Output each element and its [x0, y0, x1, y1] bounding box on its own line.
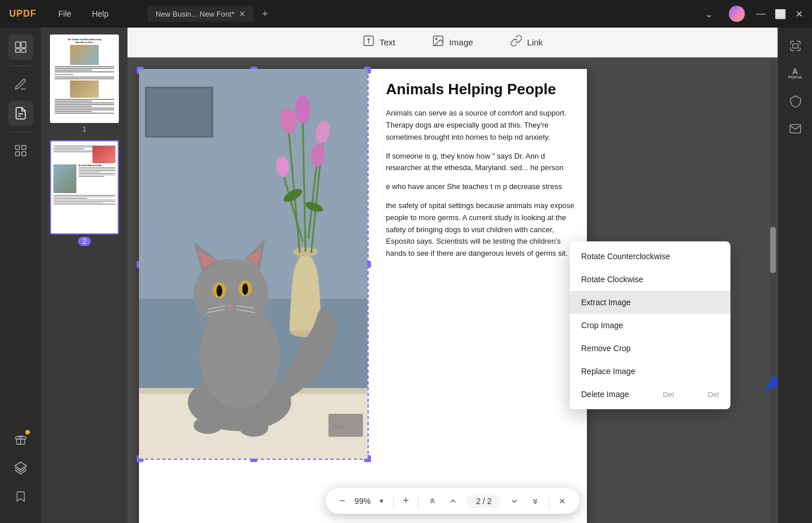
toolbar: Text Image Link [127, 28, 778, 57]
thumbnail-page-2[interactable]: Animals Helping People [46, 140, 123, 246]
svg-point-34 [295, 95, 310, 124]
zoom-level-display: 99% [354, 497, 370, 506]
ctx-rotate-ccw[interactable]: Rotate Counterclockwise [570, 245, 730, 268]
gift-badge [25, 430, 30, 434]
svg-marker-12 [15, 462, 26, 470]
left-sidebar [0, 28, 41, 523]
bottom-toolbar: − 99% ▾ + 2 / 2 [326, 488, 579, 514]
tab-close-button[interactable]: ✕ [239, 9, 246, 18]
svg-rect-9 [22, 152, 26, 156]
security-button[interactable] [784, 90, 807, 113]
sidebar-item-bookmark[interactable] [8, 484, 33, 509]
scrollbar-thumb[interactable] [770, 227, 776, 273]
svg-rect-3 [21, 49, 26, 52]
nav-first-button[interactable] [426, 494, 439, 508]
zoom-in-button[interactable]: + [400, 493, 411, 509]
text-tool-icon [362, 34, 375, 50]
svg-rect-0 [16, 42, 20, 48]
tab-name: New Busin... New Font* [156, 10, 234, 18]
image-tool-icon [432, 34, 444, 50]
active-tab[interactable]: New Busin... New Font* ✕ [148, 6, 254, 22]
email-button[interactable] [784, 117, 807, 140]
article-content: Animals Helping People Animals can serve… [374, 69, 587, 271]
svg-rect-1 [21, 42, 26, 48]
sidebar-divider-2 [10, 132, 31, 132]
zoom-out-button[interactable]: − [337, 493, 348, 509]
vertical-scrollbar[interactable] [770, 30, 776, 523]
titlebar: UPDF File Help New Busin... New Font* ✕ … [0, 0, 812, 28]
svg-rect-2 [16, 49, 20, 52]
window-controls: — ⬜ ✕ [756, 9, 803, 20]
close-window-button[interactable]: ✕ [795, 9, 803, 20]
zoom-dropdown-button[interactable]: ▾ [377, 494, 386, 507]
sidebar-item-annotate[interactable] [8, 101, 33, 126]
help-menu[interactable]: Help [87, 7, 113, 21]
thumb-image-1: The Health and Mood-BoostingBenefits of … [50, 34, 119, 123]
maximize-button[interactable]: ⬜ [775, 9, 786, 20]
main-area: The Health and Mood-BoostingBenefits of … [0, 28, 812, 523]
sidebar-item-edit[interactable] [8, 72, 33, 97]
dropdown-button[interactable]: ⌄ [705, 9, 713, 20]
sidebar-divider-1 [10, 66, 31, 66]
thumbnail-page-1[interactable]: The Health and Mood-BoostingBenefits of … [46, 34, 123, 133]
thumbnail-panel: The Health and Mood-BoostingBenefits of … [41, 28, 127, 523]
thumb-page-num-2: 2 [78, 237, 91, 246]
file-menu[interactable]: File [54, 7, 76, 21]
context-menu: Rotate Counterclockwise Rotate Clockwise… [570, 241, 730, 409]
thumb-page-num-1: 1 [83, 125, 87, 133]
right-sidebar: A PDF/A [778, 28, 812, 523]
svg-rect-7 [22, 145, 26, 149]
page-info: 2 / 2 [467, 494, 501, 508]
svg-rect-6 [16, 145, 20, 149]
minimize-button[interactable]: — [756, 9, 765, 19]
app-logo: UPDF [9, 9, 37, 19]
svg-rect-56 [328, 414, 363, 437]
sidebar-item-layers[interactable] [8, 455, 33, 480]
add-tab-button[interactable]: + [258, 8, 272, 20]
link-tool-button[interactable]: Link [501, 31, 552, 53]
article-text: Animals can serve as a source of comfort… [386, 107, 575, 260]
svg-point-55 [239, 420, 268, 437]
delete-key-label: Del [707, 390, 719, 399]
svg-rect-23 [147, 89, 211, 136]
ctx-replace-image[interactable]: Replace Image [570, 360, 730, 383]
svg-text:M₄₈: M₄₈ [334, 423, 343, 429]
svg-rect-60 [792, 44, 798, 48]
sidebar-item-pages[interactable] [8, 34, 33, 60]
ctx-rotate-cw[interactable]: Rotate Clockwise [570, 268, 730, 291]
toolbar-close-button[interactable]: ✕ [556, 494, 568, 508]
toolbar-separator-1 [393, 494, 393, 508]
ctx-crop-image[interactable]: Crop Image [570, 314, 730, 337]
svg-point-48 [242, 283, 248, 295]
nav-down-button[interactable] [508, 494, 521, 508]
pdf-convert-button[interactable]: A PDF/A [784, 62, 807, 85]
sidebar-item-organize[interactable] [8, 138, 33, 163]
sidebar-item-gift[interactable] [8, 426, 33, 452]
article-title: Animals Helping People [386, 80, 575, 98]
link-tool-label: Link [527, 37, 543, 47]
avatar[interactable] [729, 6, 745, 22]
pdf-page: M₄₈ Animals Helping People Animals can s… [139, 69, 587, 523]
svg-rect-8 [16, 152, 20, 156]
image-tool-label: Image [449, 37, 473, 47]
text-tool-label: Text [380, 37, 396, 47]
svg-point-54 [194, 417, 222, 434]
toolbar-separator-2 [418, 494, 419, 508]
svg-point-47 [216, 285, 222, 297]
text-tool-button[interactable]: Text [353, 31, 405, 53]
svg-point-17 [436, 38, 438, 40]
delete-shortcut: Del [663, 390, 674, 399]
image-tool-button[interactable]: Image [423, 31, 482, 53]
cat-photo: M₄₈ [139, 69, 368, 459]
scan-button[interactable] [784, 34, 807, 57]
link-tool-icon [510, 34, 523, 50]
ctx-delete-image[interactable]: Delete Image Del Del [570, 383, 730, 406]
nav-last-button[interactable] [528, 494, 542, 508]
thumb-image-2: Animals Helping People [50, 140, 119, 234]
ctx-remove-crop[interactable]: Remove Crop [570, 337, 730, 360]
ctx-extract-image[interactable]: Extract Image [570, 291, 730, 314]
tab-bar: New Busin... New Font* ✕ + [148, 6, 694, 22]
nav-up-button[interactable] [446, 494, 460, 508]
toolbar-separator-3 [549, 494, 550, 508]
content-area: M₄₈ Animals Helping People Animals can s… [127, 57, 778, 523]
